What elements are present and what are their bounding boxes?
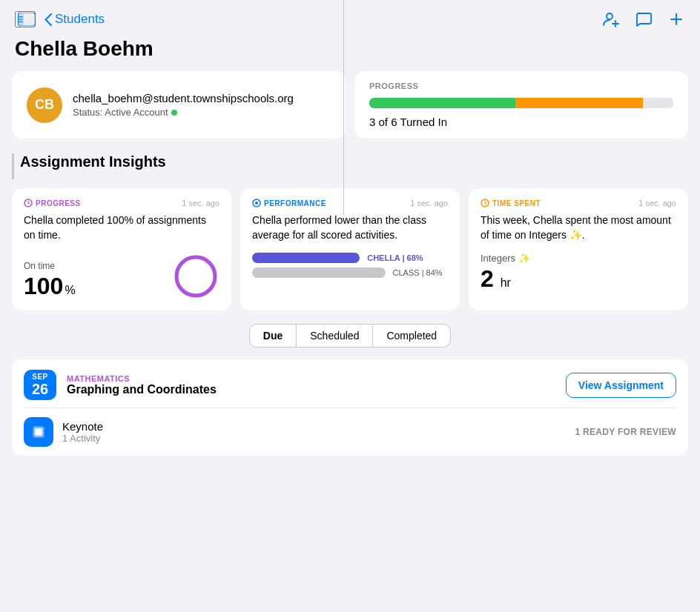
- class-bar: [252, 267, 386, 278]
- insight-metric-label-progress: On time: [24, 261, 76, 271]
- ready-badge: 1 READY FOR REVIEW: [575, 427, 676, 437]
- progress-circle-icon: [172, 253, 219, 300]
- assignment-date-month: SEP: [32, 373, 48, 381]
- insight-desc-time: This week, Chella spent the most amount …: [481, 213, 676, 242]
- activity-name: Keynote: [62, 420, 575, 433]
- top-bar-right: [602, 10, 685, 28]
- back-label: Students: [55, 12, 105, 27]
- progress-summary: 3 of 6 Turned In: [369, 116, 673, 128]
- insights-section-title: Assignment Insights: [12, 153, 688, 179]
- insight-card-time: TIME SPENT 1 sec. ago This week, Chella …: [469, 188, 688, 310]
- keynote-icon: [24, 417, 53, 447]
- svg-rect-18: [36, 429, 42, 435]
- student-status: Status: Active Account: [73, 107, 294, 118]
- add-student-button[interactable]: [602, 10, 620, 28]
- class-bar-row: CLASS | 84%: [252, 267, 448, 278]
- insight-card-progress: PROGRESS 1 sec. ago Chella completed 100…: [12, 188, 231, 310]
- top-cards: CB chella_boehm@student.townshipschools.…: [12, 71, 688, 139]
- class-label: CLASS | 84%: [393, 268, 443, 277]
- insight-time-progress: 1 sec. ago: [182, 199, 219, 207]
- insight-desc-performance: Chella performed lower than the class av…: [252, 213, 448, 242]
- message-button[interactable]: [635, 10, 653, 28]
- insight-badge-performance: PERFORMANCE: [252, 199, 326, 207]
- insight-header-progress: PROGRESS 1 sec. ago: [24, 199, 219, 207]
- student-email: chella_boehm@student.townshipschools.org: [73, 92, 294, 104]
- insight-time-time: 1 sec. ago: [638, 199, 676, 207]
- assignment-date-day: 26: [32, 381, 48, 397]
- assignment-activity: Keynote 1 Activity 1 READY FOR REVIEW: [12, 408, 688, 456]
- insight-metric-value-progress: 100%: [24, 273, 76, 300]
- insight-time-performance: 1 sec. ago: [410, 199, 448, 207]
- svg-point-12: [176, 257, 215, 296]
- assignment-section: SEP 26 MATHEMATICS Graphing and Coordina…: [12, 359, 688, 456]
- svg-point-14: [255, 202, 258, 204]
- insight-desc-progress: Chella completed 100% of assignments on …: [24, 213, 219, 242]
- filter-tab-scheduled[interactable]: Scheduled: [297, 324, 373, 347]
- insight-badge-progress: PROGRESS: [24, 199, 81, 207]
- student-details: chella_boehm@student.townshipschools.org…: [73, 92, 294, 118]
- insights-row: PROGRESS 1 sec. ago Chella completed 100…: [12, 188, 688, 310]
- insight-badge-time: TIME SPENT: [481, 199, 541, 207]
- activity-info: Keynote 1 Activity: [62, 420, 575, 444]
- status-text: Status: Active Account: [73, 107, 168, 118]
- top-bar-left: Students: [15, 11, 105, 27]
- status-dot: [171, 110, 177, 116]
- assignment-info: MATHEMATICS Graphing and Coordinates: [67, 374, 566, 396]
- time-value: 2 hr: [481, 265, 676, 293]
- assignment-title: Graphing and Coordinates: [67, 383, 566, 396]
- page-title: Chella Boehm: [0, 34, 700, 71]
- insight-header-performance: PERFORMANCE 1 sec. ago: [252, 199, 448, 207]
- filter-tab-due[interactable]: Due: [249, 324, 297, 347]
- insight-header-time: TIME SPENT 1 sec. ago: [481, 199, 676, 207]
- filter-tabs: Due Scheduled Completed: [12, 324, 688, 347]
- progress-bar-container: [369, 98, 673, 108]
- progress-bar-orange: [515, 98, 643, 108]
- assignment-subject: MATHEMATICS: [67, 374, 566, 383]
- progress-label: PROGRESS: [369, 82, 673, 90]
- chella-bar: [252, 253, 360, 263]
- vertical-divider: [343, 0, 344, 215]
- chella-label: CHELLA | 68%: [367, 253, 423, 262]
- top-bar: Students: [0, 0, 700, 34]
- assignment-header: SEP 26 MATHEMATICS Graphing and Coordina…: [12, 359, 688, 408]
- performance-bars: CHELLA | 68% CLASS | 84%: [252, 253, 448, 278]
- progress-bar-green: [369, 98, 515, 108]
- chella-bar-row: CHELLA | 68%: [252, 253, 448, 263]
- sidebar-toggle-button[interactable]: [15, 11, 36, 27]
- back-button[interactable]: Students: [44, 12, 105, 27]
- assignment-date: SEP 26: [24, 370, 56, 400]
- avatar: CB: [27, 87, 62, 123]
- time-topic: Integers ✨: [481, 253, 676, 264]
- insight-card-performance: PERFORMANCE 1 sec. ago Chella performed …: [240, 188, 460, 310]
- view-assignment-button[interactable]: View Assignment: [566, 373, 676, 398]
- filter-tab-completed[interactable]: Completed: [373, 324, 451, 347]
- activity-count: 1 Activity: [62, 433, 575, 444]
- add-button[interactable]: [667, 10, 685, 28]
- student-info-card: CB chella_boehm@student.townshipschools.…: [12, 71, 346, 139]
- svg-point-5: [607, 13, 612, 19]
- progress-card: PROGRESS 3 of 6 Turned In: [354, 71, 688, 139]
